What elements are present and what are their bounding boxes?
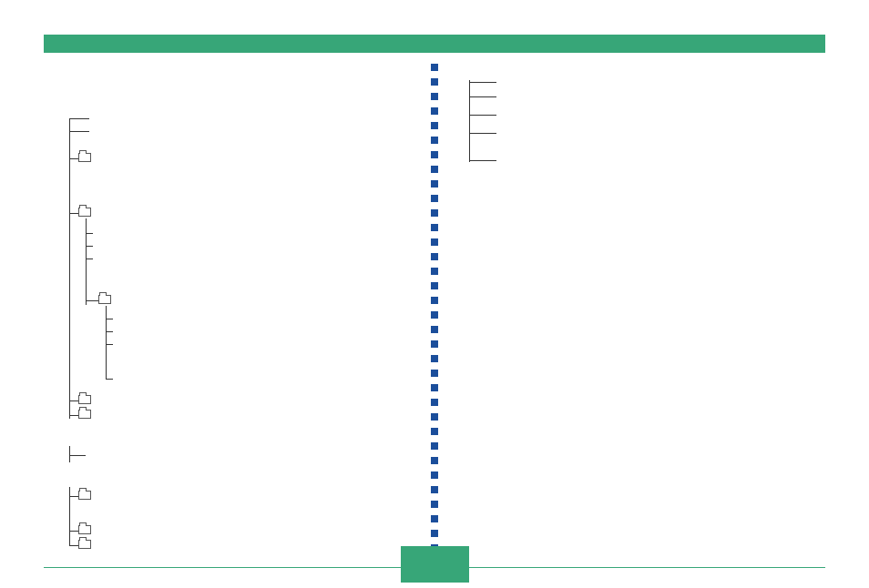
outline-tree-4 [469,80,506,167]
folder-icon [78,525,91,534]
column-divider [430,64,439,560]
folder-icon [78,208,91,217]
page-indicator [401,546,469,583]
outline-tree-3 [69,487,106,551]
folder-icon [78,395,91,404]
outline-tree-2 [69,446,106,464]
outline-tree-1 [69,118,124,423]
folder-icon [78,540,91,549]
folder-icon [78,491,91,500]
folder-icon [78,410,91,419]
folder-icon [98,295,111,304]
folder-icon [78,153,91,162]
header-bar [44,35,825,53]
